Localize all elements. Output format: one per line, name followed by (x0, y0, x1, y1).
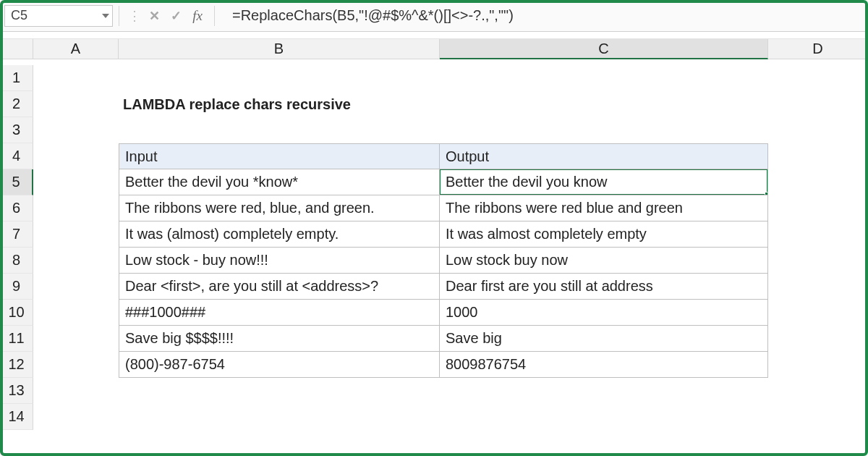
col-header-B[interactable]: B (119, 39, 440, 59)
cancel-button[interactable]: ✕ (143, 6, 165, 26)
cell-D14[interactable] (768, 404, 868, 430)
row-header-13[interactable]: 13 (0, 378, 33, 404)
chevron-down-icon[interactable] (102, 14, 109, 18)
cell-C6[interactable]: The ribbons were red blue and green (440, 195, 768, 221)
row-header-11[interactable]: 11 (0, 326, 33, 352)
cell-B6[interactable]: The ribbons were red, blue, and green. (119, 195, 440, 221)
cell-D13[interactable] (768, 378, 868, 404)
cell-A6[interactable] (33, 195, 119, 221)
row-header-8[interactable]: 8 (0, 248, 33, 274)
cell-C11[interactable]: Save big (440, 326, 768, 352)
select-all-corner[interactable] (0, 39, 33, 59)
formula-input[interactable] (221, 5, 864, 27)
row-header-9[interactable]: 9 (0, 274, 33, 300)
cell-B4[interactable]: Input (119, 143, 440, 169)
row-header-12[interactable]: 12 (0, 352, 33, 378)
cell-B14[interactable] (119, 404, 440, 430)
cell-A12[interactable] (33, 352, 119, 378)
cell-D4[interactable] (768, 143, 868, 169)
row-header-4[interactable]: 4 (0, 143, 33, 169)
cell-B2[interactable]: LAMBDA replace chars recursive (119, 91, 440, 117)
cell-value: Better the devil you know (446, 174, 607, 190)
cell-A9[interactable] (33, 274, 119, 300)
row-header-2[interactable]: 2 (0, 91, 33, 117)
cell-B13[interactable] (119, 378, 440, 404)
cell-D8[interactable] (768, 248, 868, 274)
cell-C8[interactable]: Low stock buy now (440, 248, 768, 274)
row-header-6[interactable]: 6 (0, 195, 33, 221)
cell-C4[interactable]: Output (440, 143, 768, 169)
cell-B5[interactable]: Better the devil you *know* (119, 169, 440, 195)
cell-C14[interactable] (440, 404, 768, 430)
cell-D10[interactable] (768, 300, 868, 326)
separator (214, 6, 215, 26)
cell-C9[interactable]: Dear first are you still at address (440, 274, 768, 300)
cell-B11[interactable]: Save big $$$$!!!! (119, 326, 440, 352)
spacer (0, 32, 868, 39)
cell-C2[interactable] (440, 91, 768, 117)
cell-C3[interactable] (440, 117, 768, 143)
fill-handle[interactable] (765, 192, 768, 195)
row-header-7[interactable]: 7 (0, 221, 33, 248)
cell-D7[interactable] (768, 221, 868, 248)
separator (119, 6, 119, 26)
cell-D1[interactable] (768, 65, 868, 91)
cell-A2[interactable] (33, 91, 119, 117)
formula-bar: C5 ⋮ ✕ ✓ fx (0, 0, 868, 32)
cell-A7[interactable] (33, 221, 119, 248)
cell-D5[interactable] (768, 169, 868, 195)
cell-A5[interactable] (33, 169, 119, 195)
cell-D12[interactable] (768, 352, 868, 378)
name-box-value: C5 (11, 8, 27, 23)
cell-B12[interactable]: (800)-987-6754 (119, 352, 440, 378)
row-header-3[interactable]: 3 (0, 117, 33, 143)
col-header-C[interactable]: C (440, 39, 768, 59)
cell-A4[interactable] (33, 143, 119, 169)
cell-B10[interactable]: ###1000### (119, 300, 440, 326)
cell-B8[interactable]: Low stock - buy now!!! (119, 248, 440, 274)
cell-D6[interactable] (768, 195, 868, 221)
cell-B7[interactable]: It was (almost) completely empty. (119, 221, 440, 248)
col-header-A[interactable]: A (33, 39, 119, 59)
cell-C7[interactable]: It was almost completely empty (440, 221, 768, 248)
cell-C1[interactable] (440, 65, 768, 91)
dots-icon: ⋮ (125, 8, 143, 24)
cell-C12[interactable]: 8009876754 (440, 352, 768, 378)
cell-C10[interactable]: 1000 (440, 300, 768, 326)
cell-B1[interactable] (119, 65, 440, 91)
cell-A10[interactable] (33, 300, 119, 326)
spreadsheet-grid[interactable]: A B C D 1 2 LAMBDA replace chars recursi… (0, 39, 868, 430)
row-header-5[interactable]: 5 (0, 169, 33, 195)
col-header-D[interactable]: D (768, 39, 868, 59)
enter-button[interactable]: ✓ (165, 6, 187, 26)
row-header-10[interactable]: 10 (0, 300, 33, 326)
fx-button[interactable]: fx (187, 6, 208, 26)
cell-B9[interactable]: Dear <first>, are you still at <address>… (119, 274, 440, 300)
row-header-1[interactable]: 1 (0, 65, 33, 91)
cell-B3[interactable] (119, 117, 440, 143)
cell-A14[interactable] (33, 404, 119, 430)
cell-A11[interactable] (33, 326, 119, 352)
cell-A3[interactable] (33, 117, 119, 143)
cell-C5[interactable]: Better the devil you know (440, 169, 768, 195)
cell-D11[interactable] (768, 326, 868, 352)
cell-D2[interactable] (768, 91, 868, 117)
cell-A13[interactable] (33, 378, 119, 404)
cell-C13[interactable] (440, 378, 768, 404)
row-header-14[interactable]: 14 (0, 404, 33, 430)
cell-D9[interactable] (768, 274, 868, 300)
name-box[interactable]: C5 (4, 5, 113, 27)
cell-A1[interactable] (33, 65, 119, 91)
cell-D3[interactable] (768, 117, 868, 143)
cell-A8[interactable] (33, 248, 119, 274)
